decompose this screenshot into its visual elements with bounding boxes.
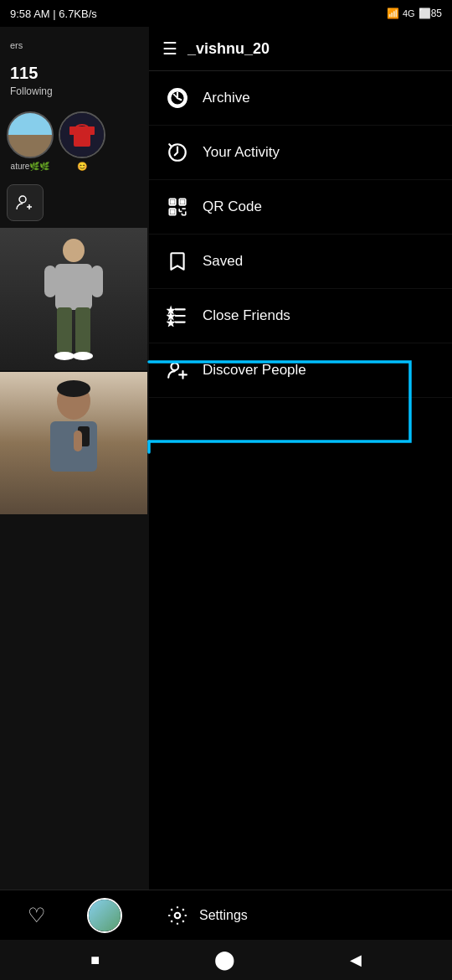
svg-point-3 (19, 196, 26, 203)
hamburger-icon[interactable]: ☰ (162, 39, 177, 59)
following-count: 115 (10, 64, 53, 83)
story-circle-tshirt[interactable] (59, 111, 105, 158)
archive-label: Archive (203, 90, 250, 106)
menu-list: Archive Your Activity (149, 71, 452, 398)
menu-item-your-activity[interactable]: Your Activity (149, 126, 452, 180)
menu-username: _vishnu_20 (187, 40, 270, 58)
profile-stats: ers 115 Following (0, 27, 149, 105)
story-label-emoji: 😊 (59, 162, 105, 171)
close-friends-label: Close Friends (203, 307, 290, 324)
svg-point-41 (175, 912, 181, 918)
status-icons: 📶 4G ⬜85 (387, 8, 442, 19)
left-panel: ers 115 Following ature🌿🌿 (0, 27, 149, 890)
discover-people-label: Discover People (203, 362, 306, 379)
following-label: Following (10, 85, 53, 97)
android-nav: ■ ⬤ ◀ (0, 940, 452, 980)
android-back-btn[interactable]: ◀ (350, 951, 362, 969)
story-circle-nature[interactable] (7, 111, 54, 158)
photo-person1[interactable] (0, 228, 147, 370)
android-home-btn[interactable]: ⬤ (214, 949, 235, 971)
saved-icon (166, 250, 189, 273)
menu-item-saved[interactable]: Saved (149, 235, 452, 289)
saved-label: Saved (203, 253, 243, 270)
svg-text:★: ★ (168, 320, 173, 326)
menu-item-discover-people[interactable]: Discover People (149, 343, 452, 398)
svg-rect-18 (74, 431, 82, 451)
your-activity-label: Your Activity (203, 144, 280, 161)
svg-point-15 (57, 380, 90, 397)
battery-icon: ⬜85 (419, 8, 442, 19)
svg-rect-10 (57, 307, 72, 353)
activity-icon (166, 141, 189, 164)
svg-rect-7 (55, 264, 92, 310)
photo-person2[interactable] (0, 372, 147, 514)
settings-label[interactable]: Settings (199, 908, 248, 923)
svg-point-13 (73, 352, 93, 360)
discover-people-icon (166, 358, 189, 382)
svg-rect-8 (44, 266, 56, 297)
svg-rect-1 (69, 126, 76, 135)
svg-point-12 (54, 352, 74, 360)
svg-point-6 (63, 239, 85, 262)
followers-label-partial: ers (10, 40, 23, 50)
menu-header: ☰ _vishnu_20 (149, 27, 452, 71)
svg-rect-24 (181, 200, 183, 203)
wifi-icon: 📶 (387, 8, 399, 19)
qr-code-icon (166, 195, 189, 219)
status-time: 9:58 AM | 6.7KB/s (10, 8, 97, 20)
photos-grid (0, 228, 149, 514)
right-panel: ☰ _vishnu_20 Archive (149, 27, 452, 890)
close-friends-icon: ★ ★ ★ (166, 304, 189, 328)
bottom-nav-right: Settings (149, 904, 452, 927)
bottom-nav: ♡ Settings (0, 890, 452, 940)
svg-rect-25 (171, 210, 173, 213)
archive-icon (166, 86, 189, 110)
menu-item-archive[interactable]: Archive (149, 71, 452, 126)
svg-point-38 (171, 363, 178, 370)
status-bar: 9:58 AM | 6.7KB/s 📶 4G ⬜85 (0, 0, 452, 27)
stories-row: ature🌿🌿 😊 (0, 105, 149, 178)
qr-code-label: QR Code (203, 199, 262, 215)
profile-avatar[interactable] (87, 898, 122, 933)
svg-rect-23 (171, 200, 173, 203)
svg-text:★: ★ (168, 307, 173, 313)
bottom-nav-left: ♡ (0, 898, 149, 933)
menu-item-close-friends[interactable]: ★ ★ ★ Close Friends (149, 289, 452, 343)
heart-nav-icon[interactable]: ♡ (28, 904, 46, 927)
main-container: ers 115 Following ature🌿🌿 (0, 27, 452, 890)
svg-text:★: ★ (168, 313, 173, 319)
add-person-icon[interactable] (7, 184, 44, 221)
settings-icon[interactable] (166, 904, 189, 927)
android-square-btn[interactable]: ■ (90, 952, 100, 969)
svg-rect-2 (88, 126, 95, 135)
add-person-area (0, 178, 149, 228)
following-stat: 115 Following (10, 64, 53, 98)
signal-icon: 4G (403, 8, 415, 18)
menu-item-qr-code[interactable]: QR Code (149, 180, 452, 235)
svg-rect-11 (75, 307, 90, 353)
svg-rect-9 (91, 266, 103, 297)
story-label-nature: ature🌿🌿 (7, 162, 54, 171)
